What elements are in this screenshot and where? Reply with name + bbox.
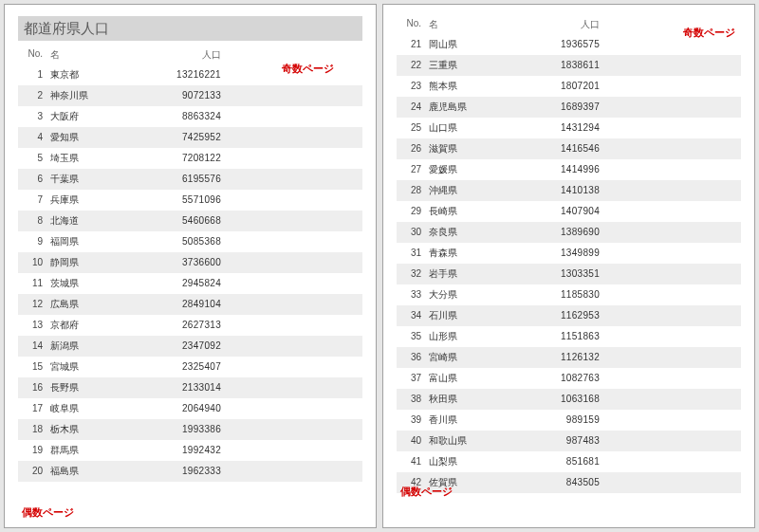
cell-name: 愛媛県 (429, 159, 533, 180)
cell-pop: 1389690 (533, 222, 600, 243)
cell-pop: 1431294 (533, 118, 600, 138)
cell-no: 11 (18, 273, 50, 294)
cell-no: 20 (18, 461, 50, 482)
cell-pop: 1414996 (533, 159, 600, 180)
cell-no: 1 (18, 64, 50, 85)
table-row: 6千葉県6195576 (18, 169, 362, 190)
cell-no: 29 (397, 201, 429, 222)
cell-pop: 6195576 (155, 169, 221, 190)
cell-name: 栃木県 (50, 419, 155, 440)
header-pop: 人口 (155, 48, 221, 62)
cell-pop: 3736600 (155, 252, 221, 273)
cell-no: 27 (397, 159, 429, 180)
cell-name: 長野県 (50, 377, 155, 398)
table-row: 17岐阜県2064940 (18, 398, 362, 419)
cell-name: 群馬県 (50, 440, 155, 461)
cell-name: 静岡県 (50, 252, 155, 273)
cell-pop: 2347092 (155, 336, 221, 357)
cell-pop: 2945824 (155, 273, 221, 294)
cell-no: 2 (18, 85, 50, 106)
table-row: 33大分県1185830 (397, 284, 741, 305)
cell-name: 福岡県 (50, 231, 155, 252)
cell-pop: 1407904 (533, 201, 600, 222)
cell-pop: 987483 (533, 431, 600, 451)
table-row: 30奈良県1389690 (397, 222, 741, 243)
cell-name: 新潟県 (50, 336, 155, 357)
cell-no: 17 (18, 398, 50, 419)
cell-no: 5 (18, 148, 50, 169)
table-row: 16長野県2133014 (18, 377, 362, 398)
cell-no: 3 (18, 106, 50, 127)
table-row: 13京都府2627313 (18, 315, 362, 336)
cell-name: 北海道 (50, 211, 155, 231)
table-row: 40和歌山県987483 (397, 431, 741, 451)
cell-no: 28 (397, 180, 429, 201)
cell-no: 35 (397, 326, 429, 347)
cell-no: 15 (18, 357, 50, 377)
prefecture-table: No. 名 人口 21岡山県193657522三重県183861123熊本県18… (397, 16, 741, 493)
cell-name: 熊本県 (429, 76, 533, 97)
table-row: 25山口県1431294 (397, 118, 741, 138)
cell-name: 石川県 (429, 305, 533, 326)
table-row: 38秋田県1063168 (397, 389, 741, 410)
table-row: 20福島県1962333 (18, 461, 362, 482)
table-row: 31青森県1349899 (397, 243, 741, 264)
cell-no: 39 (397, 410, 429, 431)
cell-no: 16 (18, 377, 50, 398)
cell-no: 19 (18, 440, 50, 461)
cell-pop: 1082763 (533, 368, 600, 389)
table-body: 1東京都132162212神奈川県90721333大阪府88633244愛知県7… (18, 64, 362, 482)
table-row: 18栃木県1993386 (18, 419, 362, 440)
table-row: 3大阪府8863324 (18, 106, 362, 127)
cell-name: 山形県 (429, 326, 533, 347)
table-row: 41山梨県851681 (397, 451, 741, 472)
table-row: 27愛媛県1414996 (397, 159, 741, 180)
cell-pop: 1838611 (533, 55, 600, 76)
cell-pop: 5460668 (155, 211, 221, 231)
cell-name: 福島県 (50, 461, 155, 482)
cell-name: 三重県 (429, 55, 533, 76)
table-row: 4愛知県7425952 (18, 127, 362, 148)
cell-no: 23 (397, 76, 429, 97)
cell-pop: 1936575 (533, 34, 600, 55)
table-row: 12広島県2849104 (18, 294, 362, 315)
cell-pop: 5085368 (155, 231, 221, 252)
cell-no: 24 (397, 97, 429, 118)
header-no: No. (397, 18, 429, 31)
cell-name: 広島県 (50, 294, 155, 315)
cell-no: 18 (18, 419, 50, 440)
cell-no: 4 (18, 127, 50, 148)
cell-pop: 1410138 (533, 180, 600, 201)
cell-pop: 1185830 (533, 284, 600, 305)
table-row: 19群馬県1992432 (18, 440, 362, 461)
cell-name: 鹿児島県 (429, 97, 533, 118)
cell-no: 8 (18, 211, 50, 231)
cell-pop: 851681 (533, 451, 600, 472)
cell-no: 9 (18, 231, 50, 252)
cell-pop: 2627313 (155, 315, 221, 336)
cell-pop: 5571096 (155, 190, 221, 211)
cell-name: 富山県 (429, 368, 533, 389)
table-row: 14新潟県2347092 (18, 336, 362, 357)
cell-name: 香川県 (429, 410, 533, 431)
cell-no: 38 (397, 389, 429, 410)
table-row: 35山形県1151863 (397, 326, 741, 347)
header-pop: 人口 (533, 18, 600, 31)
table-row: 23熊本県1807201 (397, 76, 741, 97)
table-row: 10静岡県3736600 (18, 252, 362, 273)
table-row: 7兵庫県5571096 (18, 190, 362, 211)
cell-name: 千葉県 (50, 169, 155, 190)
cell-no: 34 (397, 305, 429, 326)
odd-page-annotation: 奇数ページ (282, 62, 334, 76)
table-row: 9福岡県5085368 (18, 231, 362, 252)
cell-pop: 2133014 (155, 377, 221, 398)
cell-no: 22 (397, 55, 429, 76)
cell-no: 13 (18, 315, 50, 336)
cell-name: 愛知県 (50, 127, 155, 148)
cell-pop: 9072133 (155, 85, 221, 106)
cell-no: 14 (18, 336, 50, 357)
cell-name: 神奈川県 (50, 85, 155, 106)
table-row: 34石川県1162953 (397, 305, 741, 326)
cell-pop: 1416546 (533, 138, 600, 159)
cell-name: 滋賀県 (429, 138, 533, 159)
